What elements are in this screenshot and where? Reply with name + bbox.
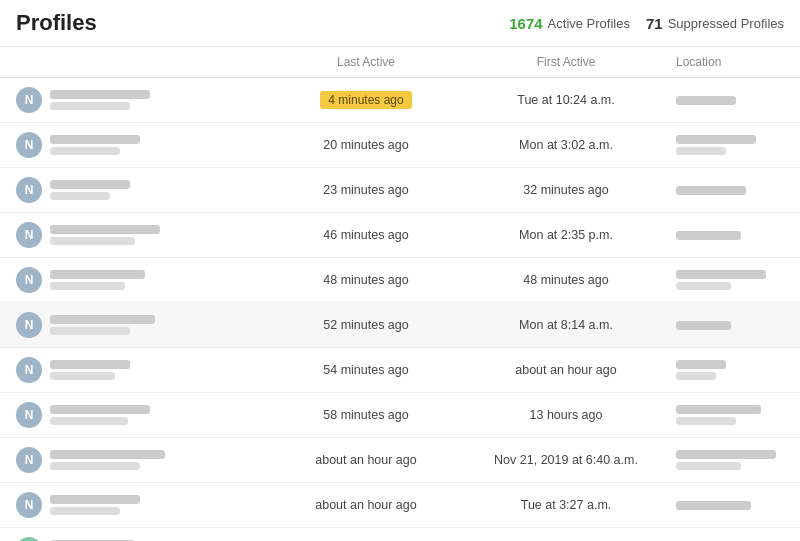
- profile-name-blur: [50, 360, 130, 369]
- profile-info: [50, 225, 160, 245]
- profile-name-blur: [50, 495, 140, 504]
- profile-sub-blur: [50, 237, 135, 245]
- column-header-first-active: First Active: [456, 55, 676, 69]
- table-row[interactable]: N46 minutes agoMon at 2:35 p.m.: [0, 213, 800, 258]
- profile-cell: N: [16, 87, 276, 113]
- profile-sub-blur: [50, 507, 120, 515]
- profile-cell: N: [16, 267, 276, 293]
- avatar: K: [16, 537, 42, 541]
- avatar: N: [16, 132, 42, 158]
- location-cell: [676, 360, 784, 380]
- profile-cell: N: [16, 402, 276, 428]
- profile-info: [50, 405, 150, 425]
- location-blur-1: [676, 321, 731, 330]
- last-active-cell: about an hour ago: [276, 498, 456, 512]
- table-row[interactable]: Nabout an hour agoTue at 3:27 a.m.: [0, 483, 800, 528]
- location-blur-2: [676, 372, 716, 380]
- last-active-cell: 48 minutes ago: [276, 273, 456, 287]
- location-cell: [676, 270, 784, 290]
- table-body: N4 minutes agoTue at 10:24 a.m.N20 minut…: [0, 78, 800, 541]
- profile-sub-blur: [50, 417, 128, 425]
- first-active-cell: about an hour ago: [456, 363, 676, 377]
- first-active-cell: Tue at 10:24 a.m.: [456, 93, 676, 107]
- active-profiles-stat: 1674 Active Profiles: [509, 15, 630, 32]
- profile-info: [50, 180, 130, 200]
- table-row[interactable]: Nabout an hour agoNov 21, 2019 at 6:40 a…: [0, 438, 800, 483]
- avatar: N: [16, 312, 42, 338]
- avatar: N: [16, 87, 42, 113]
- avatar: N: [16, 357, 42, 383]
- profile-sub-blur: [50, 192, 110, 200]
- last-active-cell: 23 minutes ago: [276, 183, 456, 197]
- first-active-cell: Mon at 8:14 a.m.: [456, 318, 676, 332]
- profile-name-blur: [50, 225, 160, 234]
- time-badge: 4 minutes ago: [320, 91, 411, 109]
- suppressed-count: 71: [646, 15, 663, 32]
- table-row[interactable]: N23 minutes ago32 minutes ago: [0, 168, 800, 213]
- profile-cell: K: [16, 537, 276, 541]
- column-header-last-active: Last Active: [276, 55, 456, 69]
- table-row[interactable]: N58 minutes ago13 hours ago: [0, 393, 800, 438]
- profile-name-blur: [50, 405, 150, 414]
- profile-sub-blur: [50, 462, 140, 470]
- column-header-location: Location: [676, 55, 784, 69]
- first-active-cell: Mon at 2:35 p.m.: [456, 228, 676, 242]
- active-label: Active Profiles: [548, 16, 630, 31]
- profile-name-blur: [50, 450, 165, 459]
- profile-sub-blur: [50, 327, 130, 335]
- location-cell: [676, 96, 784, 105]
- suppressed-label: Suppressed Profiles: [668, 16, 784, 31]
- last-active-cell: 20 minutes ago: [276, 138, 456, 152]
- page-header: Profiles 1674 Active Profiles 71 Suppres…: [0, 0, 800, 47]
- location-blur-1: [676, 96, 736, 105]
- location-cell: [676, 135, 784, 155]
- location-blur-1: [676, 270, 766, 279]
- last-active-cell: 58 minutes ago: [276, 408, 456, 422]
- table-row[interactable]: Kabout an hour agoabout an hour ago: [0, 528, 800, 541]
- avatar: N: [16, 222, 42, 248]
- location-blur-1: [676, 450, 776, 459]
- profile-info: [50, 450, 165, 470]
- avatar: N: [16, 177, 42, 203]
- location-blur-2: [676, 462, 741, 470]
- last-active-cell: 52 minutes ago: [276, 318, 456, 332]
- table-row[interactable]: N20 minutes agoMon at 3:02 a.m.: [0, 123, 800, 168]
- profile-cell: N: [16, 132, 276, 158]
- profile-info: [50, 360, 130, 380]
- profile-info: [50, 495, 140, 515]
- first-active-cell: Tue at 3:27 a.m.: [456, 498, 676, 512]
- table-header-row: Last Active First Active Location: [0, 47, 800, 78]
- profile-cell: N: [16, 357, 276, 383]
- profile-name-blur: [50, 315, 155, 324]
- first-active-cell: Nov 21, 2019 at 6:40 a.m.: [456, 453, 676, 467]
- profile-sub-blur: [50, 282, 125, 290]
- location-cell: [676, 450, 784, 470]
- profile-sub-blur: [50, 147, 120, 155]
- location-blur-1: [676, 405, 761, 414]
- location-cell: [676, 321, 784, 330]
- profile-info: [50, 315, 155, 335]
- location-blur-2: [676, 417, 736, 425]
- profiles-table: Last Active First Active Location N4 min…: [0, 47, 800, 541]
- avatar: N: [16, 447, 42, 473]
- first-active-cell: 32 minutes ago: [456, 183, 676, 197]
- avatar: N: [16, 267, 42, 293]
- profile-cell: N: [16, 177, 276, 203]
- profile-name-blur: [50, 135, 140, 144]
- avatar: N: [16, 492, 42, 518]
- profile-cell: N: [16, 492, 276, 518]
- last-active-cell: 4 minutes ago: [276, 91, 456, 109]
- profile-cell: N: [16, 222, 276, 248]
- suppressed-profiles-stat: 71 Suppressed Profiles: [646, 15, 784, 32]
- table-row[interactable]: N4 minutes agoTue at 10:24 a.m.: [0, 78, 800, 123]
- location-blur-1: [676, 135, 756, 144]
- page-title: Profiles: [16, 10, 97, 36]
- avatar: N: [16, 402, 42, 428]
- table-row[interactable]: N52 minutes agoMon at 8:14 a.m.: [0, 303, 800, 348]
- location-blur-1: [676, 501, 751, 510]
- table-row[interactable]: N48 minutes ago48 minutes ago: [0, 258, 800, 303]
- active-count: 1674: [509, 15, 542, 32]
- location-cell: [676, 231, 784, 240]
- table-row[interactable]: N54 minutes agoabout an hour ago: [0, 348, 800, 393]
- profile-name-blur: [50, 180, 130, 189]
